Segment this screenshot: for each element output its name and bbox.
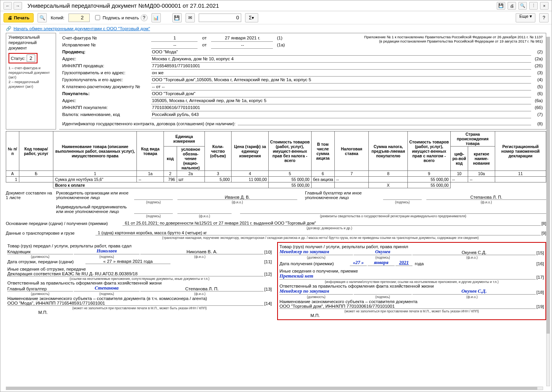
preview-button[interactable]: 🔍 xyxy=(37,13,47,22)
items-table: № п/п Код товара/ работ, услуг Наименова… xyxy=(6,131,546,188)
help-small-icon[interactable]: ? xyxy=(141,14,148,21)
printer-icon: 🖨 xyxy=(8,15,12,20)
table-row: 1Сумка для ноутбука 15,6"--796шт5,00011 … xyxy=(6,177,546,182)
appendix-note: Приложение № 1 к постановлению Правитель… xyxy=(361,35,543,43)
save-disk-button[interactable]: 💾 xyxy=(172,13,182,22)
handover-left: Товар (груз) передал / услуги, результат… xyxy=(6,242,273,320)
print-button[interactable]: 🖨 Печать xyxy=(3,13,34,22)
table-format-button[interactable]: 📊 xyxy=(152,13,161,22)
copies-input[interactable] xyxy=(68,14,90,22)
window-title: Универсальный передаточный документ №МД0… xyxy=(27,2,494,9)
more-button[interactable]: Еще ▾ xyxy=(516,13,535,22)
print-label: Печать xyxy=(14,15,29,20)
doctype-box: Универсальный передаточный документ Стат… xyxy=(6,33,56,130)
save-icon[interactable]: 💾 xyxy=(497,2,505,10)
edi-link[interactable]: Начать обмен электронными документами с … xyxy=(14,26,150,31)
vertical-scrollbar[interactable] xyxy=(546,37,550,386)
nav-forward-button[interactable]: → xyxy=(14,2,22,10)
help-button[interactable]: ? xyxy=(539,13,549,22)
number-input[interactable] xyxy=(199,14,241,22)
status-note: 1 – счет-фактура и передаточный документ… xyxy=(9,66,53,89)
sum-button[interactable]: Σ ▾ xyxy=(245,13,258,22)
sign-print-label: Подпись и печать xyxy=(103,15,139,20)
sheets-note: Документ составлен на 1 листе xyxy=(6,191,52,218)
menu-icon[interactable]: ⋮ xyxy=(529,2,538,10)
sign-print-checkbox[interactable] xyxy=(95,15,100,20)
copies-label: Копий: xyxy=(51,15,64,20)
status-input[interactable] xyxy=(27,55,35,62)
close-icon[interactable]: × xyxy=(540,2,549,10)
link-icon: 🔗 xyxy=(6,26,11,31)
handover-right: Товар (груз) получил / услуги, результат… xyxy=(277,242,546,320)
mail-button[interactable]: ✉ xyxy=(186,13,195,22)
preview-icon[interactable]: 🔍 xyxy=(518,2,527,10)
nav-back-button[interactable]: ← xyxy=(3,2,12,10)
status-box: Статус: xyxy=(9,53,37,63)
print-icon[interactable]: 🖨 xyxy=(508,2,516,10)
horizontal-scrollbar[interactable] xyxy=(6,387,543,390)
